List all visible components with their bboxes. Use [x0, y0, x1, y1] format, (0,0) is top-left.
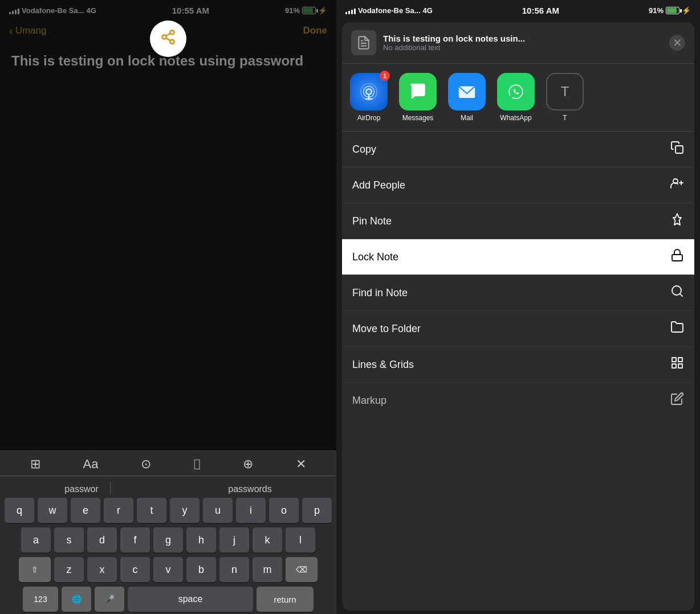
check-toolbar-icon[interactable]: ⊙: [141, 457, 151, 472]
airdrop-label: AirDrop: [357, 114, 381, 122]
battery-icon-right: [666, 7, 679, 14]
key-e[interactable]: e: [71, 498, 100, 523]
more-label: T: [563, 114, 567, 122]
mail-icon-wrapper: [448, 73, 486, 110]
key-a[interactable]: a: [21, 527, 51, 552]
share-sheet: This is testing on lock notes usin... No…: [342, 22, 694, 611]
return-key[interactable]: return: [257, 587, 314, 612]
share-subtitle: No additional text: [383, 43, 669, 52]
signal-bars-right: [345, 7, 356, 14]
key-k[interactable]: k: [253, 527, 282, 552]
close-toolbar-icon[interactable]: ✕: [296, 457, 306, 472]
share-app-more[interactable]: T T: [545, 73, 585, 122]
action-pin-note[interactable]: Pin Note: [342, 203, 694, 239]
key-s[interactable]: s: [54, 527, 84, 552]
right-panel: Vodafone-Be Sa... 4G 10:56 AM 91% ⚡: [336, 0, 700, 614]
keyboard-row-1: q w e r t y u i o p: [2, 498, 334, 523]
share-app-mail[interactable]: Mail: [447, 73, 487, 122]
format-toolbar-icon[interactable]: Aa: [83, 457, 99, 472]
share-apps-row: 1 AirDrop Messages: [342, 64, 694, 132]
svg-line-15: [680, 294, 682, 296]
key-x[interactable]: x: [87, 557, 117, 582]
share-header-doc-icon: [351, 30, 376, 55]
mic-key[interactable]: 🎤: [95, 587, 124, 612]
key-w[interactable]: w: [38, 498, 67, 523]
left-panel: Vodafone-Be Sa... 4G 10:55 AM 91% ⚡ ‹ Um…: [0, 0, 336, 614]
draw-toolbar-icon[interactable]: ⊕: [243, 457, 253, 472]
delete-key[interactable]: ⌫: [286, 557, 318, 582]
battery-fill-right: [667, 8, 677, 13]
key-h[interactable]: h: [186, 527, 216, 552]
key-i[interactable]: i: [236, 498, 266, 523]
share-app-airdrop[interactable]: 1 AirDrop: [349, 73, 389, 122]
folder-icon: [670, 320, 684, 337]
action-markup[interactable]: Markup: [342, 383, 694, 418]
key-f[interactable]: f: [120, 527, 150, 552]
svg-rect-13: [672, 255, 682, 261]
key-b[interactable]: b: [186, 557, 216, 582]
key-t[interactable]: t: [137, 498, 166, 523]
action-copy-label: Copy: [352, 144, 376, 155]
time-right: 10:56 AM: [522, 6, 559, 15]
key-j[interactable]: j: [219, 527, 249, 552]
keyboard-row-3: ⇧ z x c v b n m ⌫: [2, 557, 334, 582]
battery-pct-right: 91%: [649, 6, 664, 15]
action-lock-note[interactable]: Lock Note: [342, 239, 694, 275]
key-q[interactable]: q: [5, 498, 34, 523]
numbers-key[interactable]: 123: [23, 587, 58, 612]
share-app-messages[interactable]: Messages: [398, 73, 438, 122]
key-r[interactable]: r: [104, 498, 133, 523]
share-app-whatsapp[interactable]: WhatsApp: [496, 73, 536, 122]
shift-key[interactable]: ⇧: [19, 557, 51, 582]
whatsapp-icon: [497, 73, 535, 110]
copy-icon: [670, 141, 684, 158]
action-add-people[interactable]: Add People: [342, 167, 694, 203]
camera-toolbar-icon[interactable]: ⌷: [193, 457, 201, 472]
mail-icon: [448, 73, 486, 110]
search-icon: [670, 284, 684, 301]
grid-icon: [670, 356, 684, 373]
messages-label: Messages: [402, 114, 434, 122]
close-share-button[interactable]: ✕: [669, 35, 685, 51]
space-key[interactable]: space: [128, 587, 253, 612]
globe-key[interactable]: 🌐: [62, 587, 91, 612]
key-o[interactable]: o: [269, 498, 299, 523]
share-header: This is testing on lock notes usin... No…: [342, 22, 694, 64]
action-lines-grids[interactable]: Lines & Grids: [342, 347, 694, 383]
key-l[interactable]: l: [286, 527, 315, 552]
svg-point-2: [366, 89, 372, 95]
action-lock-note-label: Lock Note: [352, 251, 398, 263]
key-g[interactable]: g: [153, 527, 183, 552]
key-m[interactable]: m: [253, 557, 282, 582]
action-move-to-folder[interactable]: Move to Folder: [342, 311, 694, 347]
key-c[interactable]: c: [120, 557, 150, 582]
markup-icon: [670, 392, 684, 409]
more-icon: T: [546, 73, 584, 110]
share-title: This is testing on lock notes usin...: [383, 34, 669, 43]
key-n[interactable]: n: [219, 557, 249, 582]
network-right: 4G: [423, 6, 433, 15]
more-icon-wrapper: T: [546, 73, 584, 110]
messages-icon: [399, 73, 437, 110]
key-z[interactable]: z: [54, 557, 84, 582]
key-d[interactable]: d: [87, 527, 117, 552]
action-find-in-note[interactable]: Find in Note: [342, 275, 694, 311]
action-move-to-folder-label: Move to Folder: [352, 323, 421, 335]
add-people-icon: [670, 177, 684, 194]
keyboard: q w e r t y u i o p a s d f g h j k l ⇧ …: [0, 494, 336, 614]
key-v[interactable]: v: [153, 557, 183, 582]
key-u[interactable]: u: [203, 498, 233, 523]
action-markup-label: Markup: [352, 395, 386, 407]
key-y[interactable]: y: [170, 498, 200, 523]
svg-rect-9: [675, 146, 683, 153]
table-toolbar-icon[interactable]: ⊞: [30, 457, 40, 472]
action-pin-note-label: Pin Note: [352, 215, 392, 227]
action-copy[interactable]: Copy: [342, 132, 694, 167]
battery-right: 91% ⚡: [649, 6, 691, 15]
keyboard-row-4: 123 🌐 🎤 space return: [2, 587, 334, 612]
share-button[interactable]: [150, 21, 186, 57]
share-icon: [160, 29, 176, 49]
whatsapp-icon-wrapper: [497, 73, 535, 110]
key-p[interactable]: p: [302, 498, 332, 523]
svg-rect-17: [678, 358, 682, 362]
